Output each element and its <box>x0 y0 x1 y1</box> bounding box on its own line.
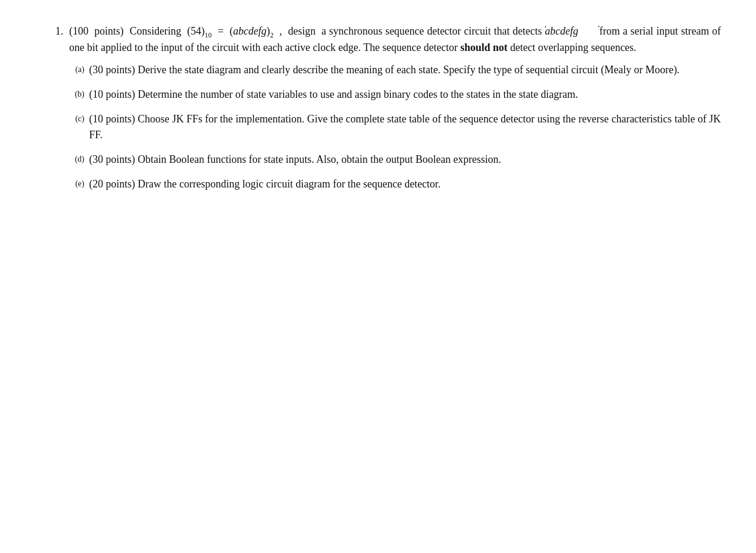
subpart-a-content: (30 points) Derive the state diagram and… <box>89 62 721 78</box>
main-question-list: 1. (100 points) Considering (54)10 = (ab… <box>47 23 721 201</box>
subpart-b-label: (b) <box>69 87 84 101</box>
subpart-a: (a) (30 points) Derive the state diagram… <box>69 62 721 78</box>
subpart-e-content: (20 points) Draw the corresponding logic… <box>89 176 721 193</box>
subpart-list: (a) (30 points) Derive the state diagram… <box>69 62 721 193</box>
subpart-c-content: (10 points) Choose JK FFs for the implem… <box>89 111 721 144</box>
subpart-a-label: (a) <box>69 62 84 76</box>
subpart-d-content: (30 points) Obtain Boolean functions for… <box>89 152 721 168</box>
subpart-b: (b) (10 points) Determine the number of … <box>69 87 721 103</box>
subpart-e-label: (e) <box>69 176 84 190</box>
question-intro: (100 points) Considering (54)10 = (abcde… <box>69 25 721 53</box>
question-content: (100 points) Considering (54)10 = (abcde… <box>69 23 721 201</box>
subpart-b-content: (10 points) Determine the number of stat… <box>89 87 721 103</box>
question-number: 1. <box>47 23 63 201</box>
subpart-c: (c) (10 points) Choose JK FFs for the im… <box>69 111 721 144</box>
question-1: 1. (100 points) Considering (54)10 = (ab… <box>47 23 721 201</box>
subpart-d-label: (d) <box>69 152 84 166</box>
subpart-e: (e) (20 points) Draw the corresponding l… <box>69 176 721 193</box>
subpart-d: (d) (30 points) Obtain Boolean functions… <box>69 152 721 168</box>
subpart-c-label: (c) <box>69 111 84 125</box>
